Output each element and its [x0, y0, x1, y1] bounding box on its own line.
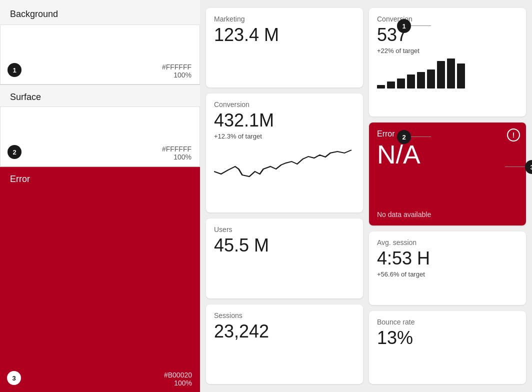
conversion-top-card: Conversion 537 +22% of target	[369, 8, 526, 116]
swatch-hex-1: #FFFFFF	[162, 63, 192, 71]
error-label: Error	[0, 167, 200, 188]
cards-area: Marketing 123.4 M Conversion 432.1M +12.…	[206, 8, 526, 384]
avg-session-title: Avg. session	[377, 238, 518, 246]
marketing-value: 123.4 M	[214, 25, 355, 45]
background-label: Background	[0, 0, 200, 24]
annotation-1: 1	[397, 19, 411, 33]
left-panel: Background 1 #FFFFFF 100% Surface 2 #FFF…	[0, 0, 200, 392]
error-icon: !	[507, 128, 520, 142]
badge-1: 1	[8, 63, 22, 77]
swatch-info-1: #FFFFFF 100%	[162, 63, 192, 79]
swatch-hex-3: #B00020	[164, 371, 192, 379]
background-section: Background 1 #FFFFFF 100%	[0, 0, 200, 84]
swatch-hex-2: #FFFFFF	[162, 145, 192, 153]
error-value: N/A	[377, 140, 518, 169]
bar-5	[417, 72, 425, 88]
badge-3: 3	[7, 371, 21, 385]
right-column: Conversion 537 +22% of target	[369, 8, 526, 384]
sessions-card: Sessions 23,242	[206, 304, 363, 384]
right-panel: 1 2 3 Marketing 123.4 M Conversion 432.1…	[200, 0, 532, 392]
swatch-error: Error 3 #B00020 100%	[0, 167, 200, 392]
swatch-opacity-1: 100%	[162, 71, 192, 79]
avg-session-value: 4:53 H	[377, 248, 518, 268]
bounce-rate-value: 13%	[377, 328, 518, 348]
bounce-rate-card: Bounce rate 13%	[369, 311, 526, 384]
conversion-main-card: Conversion 432.1M +12.3% of target	[206, 94, 363, 212]
conversion-main-subtitle: +12.3% of target	[214, 132, 355, 140]
users-value: 45.5 M	[214, 236, 355, 256]
swatch-opacity-3: 100%	[164, 379, 192, 387]
surface-section: Surface 2 #FFFFFF 100%	[0, 85, 200, 166]
bounce-rate-title: Bounce rate	[377, 318, 518, 326]
bar-6	[427, 70, 435, 88]
badge-2: 2	[8, 145, 22, 159]
bar-3	[397, 78, 405, 88]
bar-8	[447, 58, 455, 88]
sessions-value: 23,242	[214, 322, 355, 342]
bar-4	[407, 74, 415, 88]
marketing-title: Marketing	[214, 15, 355, 23]
bar-chart	[377, 58, 518, 88]
bar-1	[377, 85, 385, 88]
swatch-background-1: 1 #FFFFFF 100%	[0, 24, 200, 84]
annotation-3: 3	[525, 160, 532, 174]
conversion-main-value: 432.1M	[214, 110, 355, 130]
left-column: Marketing 123.4 M Conversion 432.1M +12.…	[206, 8, 363, 384]
line-chart	[214, 144, 355, 179]
users-card: Users 45.5 M	[206, 218, 363, 298]
error-subtitle: No data available	[377, 210, 518, 218]
swatch-surface-1: 2 #FFFFFF 100%	[0, 106, 200, 166]
conversion-main-title: Conversion	[214, 100, 355, 108]
error-card: Error ! N/A No data available	[369, 122, 526, 226]
annotation-2: 2	[397, 130, 411, 144]
users-title: Users	[214, 226, 355, 234]
conversion-top-subtitle: +22% of target	[377, 47, 518, 54]
avg-session-card: Avg. session 4:53 H +56.6% of target	[369, 232, 526, 304]
surface-label: Surface	[0, 85, 200, 106]
sessions-title: Sessions	[214, 312, 355, 320]
swatch-info-2: #FFFFFF 100%	[162, 145, 192, 161]
bar-2	[387, 82, 395, 88]
bar-7	[437, 61, 445, 88]
swatch-opacity-2: 100%	[162, 153, 192, 161]
avg-session-subtitle: +56.6% of target	[377, 270, 518, 278]
bar-9	[457, 64, 465, 88]
swatch-info-3: #B00020 100%	[164, 371, 192, 387]
marketing-card: Marketing 123.4 M	[206, 8, 363, 88]
